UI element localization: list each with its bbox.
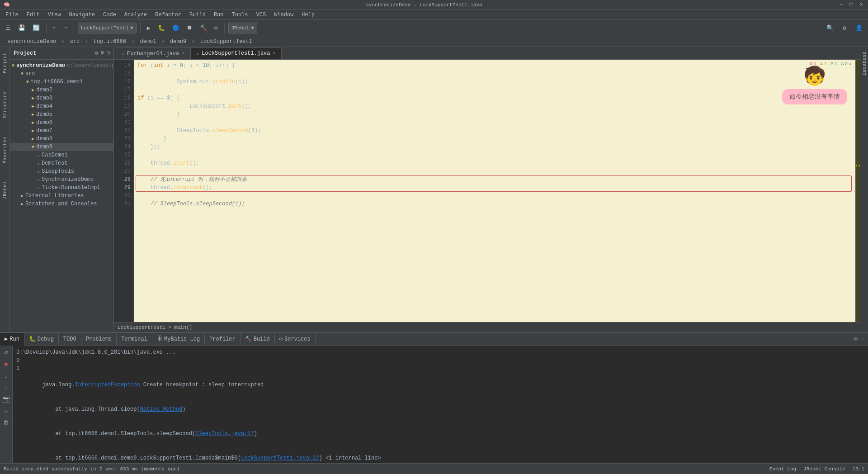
database-tab[interactable]: Database — [861, 47, 868, 80]
nav-locksupport[interactable]: LockSupportTest1 — [197, 38, 256, 46]
run-restart-btn[interactable]: ↺ — [1, 347, 11, 357]
run-with-coverage-btn[interactable]: 🔵 — [170, 22, 182, 34]
tab-locksupport-close[interactable]: × — [273, 51, 276, 56]
tab-locksupport[interactable]: ☕ LockSupportTest1.java × — [190, 47, 281, 59]
tree-item-src[interactable]: ▼ src — [10, 70, 113, 78]
nav-synchronizedemo[interactable]: synchronizeDemo — [4, 38, 60, 46]
jrebel-label: JRebel — [231, 25, 250, 31]
settings-gear-icon[interactable]: ⚙ — [854, 336, 858, 342]
menu-window[interactable]: Window — [270, 11, 297, 19]
toolbar-save-btn[interactable]: 💾 — [15, 22, 28, 34]
debug-btn[interactable]: 🐛 — [155, 22, 168, 34]
menu-navigate[interactable]: Navigate — [65, 11, 99, 19]
nav-demo9[interactable]: demo9 — [166, 38, 190, 46]
tree-item-label: synchronizeDemo — [16, 62, 65, 69]
project-dropdown[interactable]: LockSupportTest1 ▼ — [78, 23, 137, 33]
toolbar-fwd-btn[interactable]: → — [61, 22, 70, 34]
code-line-15 — [137, 70, 852, 78]
tree-item-demo6[interactable]: ▶ demo6 — [10, 118, 113, 127]
menu-edit[interactable]: Edit — [23, 11, 43, 19]
bottom-tab-profiler[interactable]: Profiler — [205, 333, 241, 346]
tree-item-demo8[interactable]: ▶ demo8 — [10, 135, 113, 143]
tree-item-external-libs[interactable]: ▶ External Libraries — [10, 192, 113, 200]
build-btn[interactable]: 🔨 — [197, 22, 210, 34]
tab-exchanger[interactable]: ☕ Exchanger01.java × — [116, 47, 190, 59]
event-log-link[interactable]: Event Log — [769, 466, 796, 472]
bottom-tab-run[interactable]: ▶ Run — [0, 333, 24, 346]
bottom-tab-problems[interactable]: Problems — [81, 333, 117, 346]
tree-item-demo1[interactable]: ▼ top.it6666.demo1 — [10, 78, 113, 86]
menu-refactor[interactable]: Refactor — [151, 11, 185, 19]
run-stop-btn[interactable]: ■ — [1, 359, 11, 369]
user-btn[interactable]: 👤 — [853, 22, 865, 34]
tree-item-demo5[interactable]: ▶ demo5 — [10, 110, 113, 118]
bottom-tab-terminal[interactable]: Terminal — [117, 333, 152, 346]
jrebel-side-tab[interactable]: JRebel — [1, 178, 9, 203]
menu-tools[interactable]: Tools — [228, 11, 252, 19]
tab-exchanger-close[interactable]: × — [182, 51, 184, 56]
menu-analyze[interactable]: Analyze — [121, 11, 151, 19]
sidebar-header: Project ⚙ ≡ ⊡ — [10, 47, 113, 60]
tree-item-synchronizedemo[interactable]: ▼ synchronizeDemo C:\Users\30315\Dow — [10, 62, 113, 70]
run-screenshot-btn[interactable]: 📷 — [1, 394, 11, 404]
sidebar-expand-icon[interactable]: ⊡ — [107, 50, 110, 57]
tree-item-demo3[interactable]: ▶ demo3 — [10, 94, 113, 102]
tree-item-demo9[interactable]: ▼ demo9 — [10, 143, 113, 151]
toolbar-back-btn[interactable]: ← — [50, 22, 59, 34]
bottom-tab-mybatis[interactable]: 🗄 MyBatis Log — [152, 333, 205, 346]
settings-gear-btn[interactable]: ⚙ — [840, 22, 849, 34]
favorites-tab[interactable]: Favorites — [1, 133, 9, 167]
tree-item-demo2[interactable]: ▶ demo2 — [10, 86, 113, 94]
line-num-27: 27 — [116, 167, 131, 175]
tree-item-sleeptools[interactable]: ☕ SleepTools — [10, 167, 113, 175]
tree-item-synchronizeddemo[interactable]: ☕ SynchronizedDemo — [10, 175, 113, 184]
menu-vcs[interactable]: VCS — [253, 11, 270, 19]
locksupport-link[interactable]: LockSupportTest1.java:22 — [241, 455, 319, 461]
menu-run[interactable]: Run — [210, 11, 227, 19]
sidebar-settings-icon[interactable]: ⚙ — [94, 50, 98, 57]
tree-item-demotest[interactable]: ☕ DemoTest — [10, 159, 113, 167]
minimize-panel-icon[interactable]: − — [861, 336, 864, 342]
toolbar-settings-btn[interactable]: ⚙ — [212, 22, 221, 34]
toolbar-sync-btn[interactable]: 🔄 — [30, 22, 42, 34]
maximize-button[interactable]: □ — [848, 2, 854, 8]
minimize-button[interactable]: − — [838, 2, 844, 8]
menu-code[interactable]: Code — [99, 11, 120, 19]
sidebar-sort-icon[interactable]: ≡ — [101, 50, 104, 57]
nav-it6666[interactable]: top.it6666 — [90, 38, 130, 46]
run-config-btn[interactable]: ▶ — [144, 22, 153, 34]
structure-tab[interactable]: Structure — [1, 88, 9, 122]
menu-help[interactable]: Help — [298, 11, 318, 19]
bottom-tab-build[interactable]: 🔨 Build — [241, 333, 275, 346]
tree-item-demo7[interactable]: ▶ demo7 — [10, 127, 113, 135]
bottom-tab-todo[interactable]: TODO — [59, 333, 81, 346]
code-content[interactable]: for (int i = 0; i < 10; i++) { System.ou… — [134, 60, 855, 322]
tree-item-scratches[interactable]: ▶ Scratches and Consoles — [10, 200, 113, 208]
nav-src[interactable]: src — [66, 38, 84, 46]
window-controls[interactable]: − □ × — [838, 2, 864, 8]
close-button[interactable]: × — [858, 2, 864, 8]
exception-link[interactable]: InterruptedException — [75, 382, 140, 388]
bottom-tab-debug[interactable]: 🐛 Debug — [24, 333, 59, 346]
tree-item-demo4[interactable]: ▶ demo4 — [10, 102, 113, 110]
jrebel-console-link[interactable]: JRebel Console — [803, 466, 845, 472]
native-method-link[interactable]: Native Method — [140, 406, 183, 412]
project-tab[interactable]: Project — [1, 49, 9, 77]
menu-build[interactable]: Build — [186, 11, 209, 19]
run-filter-btn[interactable]: ≡ — [1, 406, 11, 416]
menu-file[interactable]: File — [2, 11, 22, 19]
sleeptools-link[interactable]: SleepTools.java:17 — [195, 431, 254, 437]
search-everywhere-btn[interactable]: 🔍 — [824, 22, 836, 34]
run-scroll-up-btn[interactable]: ↑ — [1, 383, 11, 393]
jrebel-dropdown[interactable]: JRebel ▼ — [228, 23, 257, 33]
toolbar-menu-btn[interactable]: ☰ — [3, 22, 14, 34]
run-clear-btn[interactable]: 🗑 — [1, 418, 11, 428]
nav-demo1[interactable]: demo1 — [136, 38, 160, 46]
tree-item-ticketrunnableimpl[interactable]: ☕ TicketRunnableImpl — [10, 184, 113, 192]
run-scroll-down-btn[interactable]: ↓ — [1, 371, 11, 381]
bottom-tab-services[interactable]: ⚙ Services — [275, 333, 316, 346]
stop-btn[interactable]: ⏹ — [184, 22, 195, 34]
menu-view[interactable]: View — [44, 11, 65, 19]
tree-item-casdemo1[interactable]: ☕ CasDemo1 — [10, 151, 113, 159]
error-num: 1 — [813, 61, 816, 66]
